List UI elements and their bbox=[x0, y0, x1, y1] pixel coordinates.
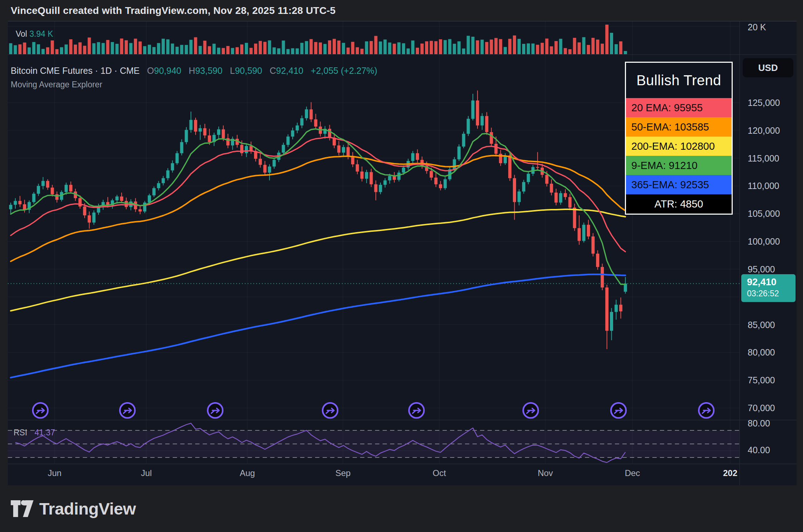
close-label: C bbox=[269, 66, 276, 76]
time-tick-label: 202 bbox=[723, 468, 737, 478]
chart-container[interactable]: Vol 3.94 K Bitcoin CME Futures · 1D · CM… bbox=[8, 21, 797, 485]
trend-status-title: Bullish Trend bbox=[626, 63, 732, 98]
ema-legend-row: 200-EMA: 102800 bbox=[626, 137, 732, 156]
time-tick-label: Aug bbox=[240, 468, 255, 478]
current-price-tag: 92,410 03:26:52 bbox=[741, 274, 796, 302]
price-tick-label: 80,000 bbox=[748, 347, 775, 358]
time-tick-label: Dec bbox=[625, 468, 640, 478]
scroll-to-realtime-icon[interactable] bbox=[33, 403, 48, 418]
scroll-to-realtime-icon[interactable] bbox=[323, 403, 338, 418]
low-label: L bbox=[230, 66, 235, 76]
rsi-axis-upper: 80.00 bbox=[748, 418, 770, 429]
price-tick-label: 125,000 bbox=[748, 98, 780, 108]
indicator-title: Moving Average Explorer bbox=[11, 80, 102, 89]
time-tick-label: Nov bbox=[538, 468, 553, 478]
price-tick-label: 75,000 bbox=[748, 375, 775, 385]
ema-legend-row: ATR: 4850 bbox=[626, 194, 732, 214]
brand-name: TradingView bbox=[39, 499, 136, 518]
currency-button[interactable]: USD bbox=[743, 58, 793, 77]
ema-legend-row: 20 EMA: 95955 bbox=[626, 98, 732, 117]
tradingview-screenshot: { "top_bar": { "attribution": "VinceQuil… bbox=[0, 0, 803, 532]
scroll-to-realtime-icon[interactable] bbox=[699, 403, 714, 418]
scroll-to-realtime-icon[interactable] bbox=[523, 403, 538, 418]
price-tick-label: 105,000 bbox=[748, 209, 780, 219]
scroll-to-realtime-icon[interactable] bbox=[208, 403, 223, 418]
current-price-value: 92,410 bbox=[747, 276, 796, 288]
ema-line-200 bbox=[11, 209, 625, 311]
close-value: 92,410 bbox=[276, 66, 303, 76]
time-tick-label: Sep bbox=[335, 468, 351, 478]
ema-legend-panel: Bullish Trend 20 EMA: 9595550-EMA: 10358… bbox=[625, 62, 733, 215]
scroll-to-realtime-icon[interactable] bbox=[611, 403, 626, 418]
volume-axis-label: 20 K bbox=[748, 22, 766, 32]
volume-bars bbox=[9, 25, 627, 54]
ema-line-20 bbox=[11, 137, 625, 252]
tradingview-logo-icon bbox=[11, 500, 34, 517]
price-tick-label: 95,000 bbox=[748, 264, 775, 275]
ema-legend-row: 365-EMA: 92535 bbox=[626, 175, 732, 194]
symbol-header: Bitcoin CME Futures · 1D · CME O90,940 H… bbox=[11, 66, 377, 76]
rsi-legend: RSI 41.37 bbox=[14, 428, 55, 438]
open-label: O bbox=[147, 66, 154, 76]
price-tick-label: 110,000 bbox=[748, 181, 779, 191]
symbol-title: Bitcoin CME Futures · 1D · CME bbox=[11, 66, 140, 76]
change-value: +2,055 (+2.27%) bbox=[311, 66, 377, 76]
ema-legend-row: 50-EMA: 103585 bbox=[626, 117, 732, 137]
high-value: 93,590 bbox=[195, 66, 222, 76]
ema-legend-rows: 20 EMA: 9595550-EMA: 103585200-EMA: 1028… bbox=[626, 98, 732, 214]
footer-brand-bar: TradingView bbox=[0, 485, 803, 532]
price-axis[interactable]: 20 K USD 125,000120,000115,000110,000105… bbox=[739, 21, 797, 485]
price-tick-label: 85,000 bbox=[748, 320, 775, 330]
rsi-band bbox=[8, 430, 739, 457]
scroll-to-realtime-icon[interactable] bbox=[409, 403, 424, 418]
price-tick-label: 120,000 bbox=[748, 126, 780, 136]
time-tick-label: Oct bbox=[433, 468, 446, 478]
price-tick-label: 115,000 bbox=[748, 153, 779, 164]
rsi-label: RSI bbox=[14, 428, 27, 437]
price-tick-label: 100,000 bbox=[748, 236, 780, 247]
volume-legend: Vol 3.94 K bbox=[16, 29, 53, 39]
ema-legend-row: 9-EMA: 91210 bbox=[626, 156, 732, 175]
open-value: 90,940 bbox=[154, 66, 181, 76]
volume-value: 3.94 K bbox=[29, 29, 53, 39]
rsi-axis-lower: 40.00 bbox=[748, 445, 770, 455]
volume-label: Vol bbox=[16, 29, 27, 39]
scroll-to-realtime-icon[interactable] bbox=[120, 403, 135, 418]
replay-markers bbox=[33, 403, 714, 418]
time-tick-label: Jun bbox=[48, 468, 62, 478]
rsi-value: 41.37 bbox=[35, 428, 55, 437]
price-tick-label: 70,000 bbox=[748, 403, 775, 413]
ema-line-365 bbox=[11, 274, 625, 378]
bar-countdown: 03:26:52 bbox=[747, 288, 796, 299]
attribution-bar: VinceQuill created with TradingView.com,… bbox=[0, 0, 803, 21]
high-label: H bbox=[189, 66, 195, 76]
time-tick-label: Jul bbox=[141, 468, 152, 478]
attribution-text: VinceQuill created with TradingView.com,… bbox=[11, 5, 335, 16]
low-value: 90,590 bbox=[235, 66, 262, 76]
